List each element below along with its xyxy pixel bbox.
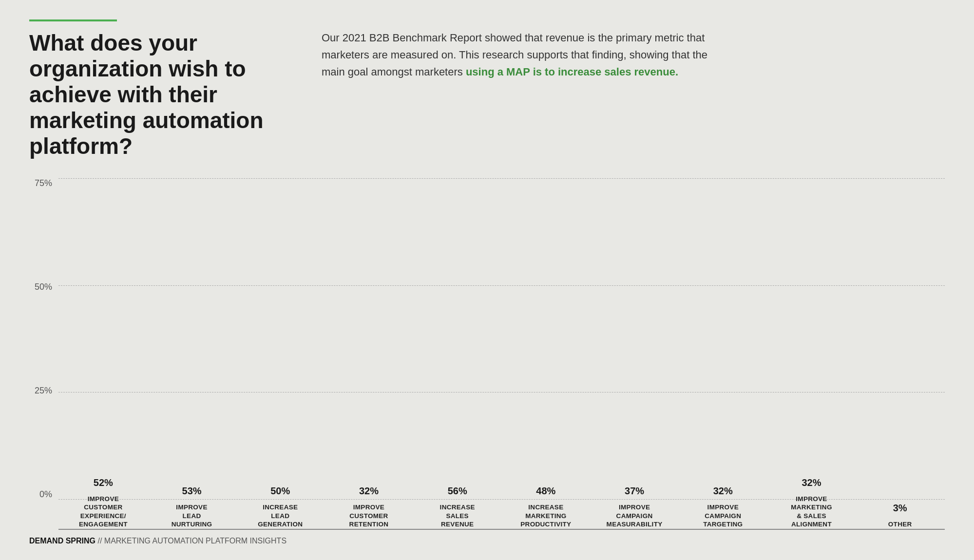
footer: DEMAND SPRING // MARKETING AUTOMATION PL… — [29, 537, 945, 545]
bar-label-other: OTHER — [888, 520, 912, 529]
bar-group-other: 3%OTHER — [860, 503, 940, 529]
green-bar-decoration — [29, 19, 117, 21]
bars-wrapper: 52%IMPROVE CUSTOMER EXPERIENCE/ ENGAGEME… — [58, 178, 945, 529]
bar-label-increase-sales-revenue: INCREASE SALES REVENUE — [440, 503, 475, 529]
bar-value-increase-sales-revenue: 56% — [448, 485, 467, 497]
bar-group-improve-marketing-sales-alignment: 32%IMPROVE MARKETING & SALES ALIGNMENT — [772, 477, 852, 529]
chart-container: 0% 25% 50% 75% 52%IMPROVE CUSTOMER EXPER… — [29, 178, 945, 529]
bar-label-improve-campaign-measurability: IMPROVE CAMPAIGN MEASURABILITY — [607, 503, 663, 529]
bar-group-increase-marketing-productivity: 48%INCREASE MARKETING PRODUCTIVITY — [506, 485, 586, 529]
bar-value-other: 3% — [893, 503, 907, 514]
bar-group-increase-sales-revenue: 56%INCREASE SALES REVENUE — [418, 485, 497, 529]
bar-label-improve-lead-nurturing: IMPROVE LEAD NURTURING — [172, 503, 212, 529]
bar-label-improve-marketing-sales-alignment: IMPROVE MARKETING & SALES ALIGNMENT — [791, 495, 832, 529]
bar-group-improve-campaign-measurability: 37%IMPROVE CAMPAIGN MEASURABILITY — [594, 485, 674, 529]
header-section: What does your organization wish to achi… — [29, 19, 945, 159]
bar-label-improve-customer-experience: IMPROVE CUSTOMER EXPERIENCE/ ENGAGEMENT — [79, 495, 128, 529]
bar-value-improve-marketing-sales-alignment: 32% — [802, 477, 821, 488]
page-title: What does your organization wish to achi… — [29, 30, 283, 159]
bar-value-improve-customer-experience: 52% — [94, 477, 113, 488]
y-label-75: 75% — [29, 178, 56, 188]
bar-value-increase-marketing-productivity: 48% — [536, 485, 555, 497]
bar-group-improve-customer-experience: 52%IMPROVE CUSTOMER EXPERIENCE/ ENGAGEME… — [63, 477, 143, 529]
bar-value-improve-lead-nurturing: 53% — [182, 485, 202, 497]
bar-label-increase-marketing-productivity: INCREASE MARKETING PRODUCTIVITY — [520, 503, 571, 529]
bar-label-improve-customer-retention: IMPROVE CUSTOMER RETENTION — [349, 503, 389, 529]
bar-value-increase-lead-generation: 50% — [270, 485, 290, 497]
bar-value-improve-campaign-measurability: 37% — [625, 485, 644, 497]
chart-area: 0% 25% 50% 75% 52%IMPROVE CUSTOMER EXPER… — [29, 178, 945, 530]
bar-group-improve-customer-retention: 32%IMPROVE CUSTOMER RETENTION — [329, 485, 409, 529]
bar-group-increase-lead-generation: 50%INCREASE LEAD GENERATION — [240, 485, 320, 529]
y-label-50: 50% — [29, 282, 56, 292]
bar-value-improve-customer-retention: 32% — [359, 485, 379, 497]
description-block: Our 2021 B2B Benchmark Report showed tha… — [322, 19, 721, 159]
chart-base-line — [58, 529, 945, 530]
y-label-25: 25% — [29, 386, 56, 396]
bar-value-improve-campaign-targeting: 32% — [713, 485, 733, 497]
title-block: What does your organization wish to achi… — [29, 19, 283, 159]
footer-brand: DEMAND SPRING — [29, 537, 95, 545]
bar-group-improve-lead-nurturing: 53%IMPROVE LEAD NURTURING — [152, 485, 232, 529]
footer-subtitle: MARKETING AUTOMATION PLATFORM INSIGHTS — [104, 537, 286, 545]
description-highlight: using a MAP is to increase sales revenue… — [466, 66, 678, 78]
y-label-0: 0% — [29, 489, 56, 500]
bar-label-improve-campaign-targeting: IMPROVE CAMPAIGN TARGETING — [703, 503, 743, 529]
bar-group-improve-campaign-targeting: 32%IMPROVE CAMPAIGN TARGETING — [683, 485, 763, 529]
footer-divider: // — [95, 537, 104, 545]
y-axis-labels: 0% 25% 50% 75% — [29, 178, 56, 500]
bar-label-increase-lead-generation: INCREASE LEAD GENERATION — [258, 503, 303, 529]
